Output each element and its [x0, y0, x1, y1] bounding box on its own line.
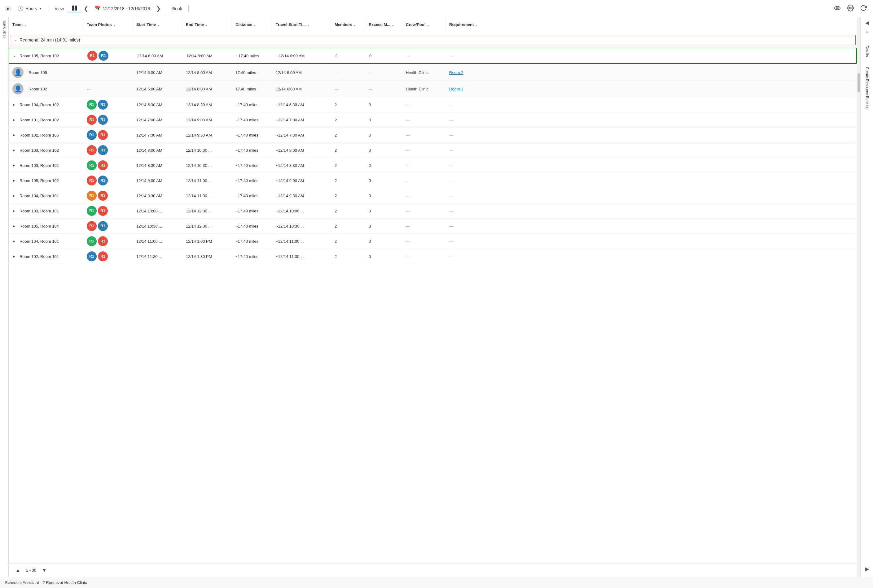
panel-collapse-btn[interactable]: ◀ [863, 17, 871, 28]
date-range-item[interactable]: 📅 12/12/2018 - 12/18/2018 [91, 6, 154, 12]
avatar: R1 [98, 145, 108, 155]
col-header-distance[interactable]: Distance ⌄ [232, 17, 272, 32]
expand-row-icon[interactable]: ► [12, 255, 16, 258]
prev-date-btn[interactable]: ❮ [81, 4, 91, 14]
cell-travel: ~12/14 9:30 AM [272, 191, 331, 201]
cell-crew: --- [402, 237, 445, 246]
expand-row-icon[interactable]: ► [12, 164, 16, 167]
next-page-btn[interactable]: ▼ [40, 567, 49, 574]
col-header-photos[interactable]: Team Photos ⌄ [83, 17, 132, 32]
col-header-travel[interactable]: Travel Start Ti... ⌄ [272, 17, 331, 32]
group-chevron-icon: ⌄ [14, 38, 17, 42]
expand-row-icon[interactable]: ► [12, 224, 16, 228]
right-panel: ◀ ⌃ Details Create Resource Booking ▶ [861, 17, 873, 577]
next-date-btn[interactable]: ❯ [154, 4, 163, 14]
expand-row-icon[interactable]: ► [12, 103, 16, 106]
travel-sort-icon: ⌄ [307, 23, 310, 26]
req-link[interactable]: Room 1 [449, 87, 463, 92]
table-row[interactable]: ► Room 103, Room 101 R1 R1 12/14 10:00 .… [9, 203, 857, 219]
svg-point-4 [835, 6, 840, 10]
details-tab[interactable]: Details [864, 40, 870, 62]
cell-members: 2 [331, 146, 365, 155]
table-row[interactable]: ► Room 103, Room 101 R1 R1 12/14 8:30 AM… [9, 158, 857, 173]
expand-row-icon[interactable]: ⌄ [13, 54, 16, 58]
expand-row-icon[interactable]: ► [12, 209, 16, 213]
pagination: ▲ 1 - 30 ▼ [9, 563, 857, 577]
col-header-members[interactable]: Members ⌄ [331, 17, 365, 32]
group-header[interactable]: ⌄ Redmond: 24 min (14.91 miles) [10, 34, 856, 45]
expand-row-icon[interactable]: ► [12, 118, 16, 122]
eye-icon-btn[interactable] [833, 3, 842, 14]
req-link[interactable]: Room 2 [449, 70, 463, 75]
expand-row-icon[interactable]: ► [12, 148, 16, 152]
avatar: R1 [87, 100, 97, 110]
cell-excess: 0 [365, 221, 402, 231]
table-row[interactable]: ► Room 101, Room 102 R1 R1 12/14 7:00 AM… [9, 112, 857, 128]
book-item[interactable]: Book [168, 6, 186, 11]
vertical-scrollbar[interactable] [857, 17, 861, 577]
avatar: R1 [87, 115, 97, 125]
col-req-label: Requirement [449, 22, 474, 27]
expand-row-icon[interactable]: ► [12, 178, 16, 182]
settings-icon-btn[interactable] [846, 3, 855, 14]
cell-req: --- [445, 252, 501, 261]
cell-req: --- [446, 51, 502, 61]
col-header-end[interactable]: End Time ⌄ [182, 17, 232, 32]
grid-icon [71, 5, 77, 11]
col-header-team[interactable]: Team ⌄ [9, 17, 83, 32]
create-booking-tab[interactable]: Create Resource Booking [864, 62, 870, 114]
team-sort-icon: ⌄ [24, 23, 26, 26]
expand-row-icon[interactable]: ► [12, 133, 16, 137]
table-row[interactable]: ► Room 104, Room 102 R1 R1 12/14 6:30 AM… [9, 97, 857, 112]
cell-members: 2 [331, 161, 365, 170]
col-header-req[interactable]: Requirement ⌄ [445, 17, 501, 32]
cell-distance: ~17.40 miles [232, 100, 272, 110]
cell-crew: --- [402, 146, 445, 155]
table-row[interactable]: ► Room 104, Room 101 R1 R1 12/14 9:30 AM… [9, 188, 857, 203]
left-panel-toggle[interactable]: ▶ [5, 6, 11, 11]
cell-excess: 0 [365, 51, 403, 61]
cell-distance: ~17.40 miles [232, 191, 272, 201]
toolbar-right-actions [833, 3, 868, 14]
cell-distance: ~17.40 miles [232, 161, 272, 170]
gear-icon [847, 4, 854, 12]
panel-expand-btn[interactable]: ▶ [863, 564, 871, 574]
col-header-excess[interactable]: Excess M... ⌄ [365, 17, 402, 32]
col-header-crew[interactable]: Crew/Pool ⌄ [402, 17, 445, 32]
cell-end: 12/14 10:00 ... [182, 146, 232, 155]
table-row[interactable]: ⌄ Room 105, Room 102 R1 R1 12/14 6:00 AM… [9, 48, 857, 64]
cell-end: 12/14 1:30 PM [182, 252, 232, 261]
cell-photos: R1 R1 [83, 234, 132, 249]
table-row[interactable]: ► Room 103, Room 102 R1 R1 12/14 8:00 AM… [9, 143, 857, 158]
table-row[interactable]: ► Room 105, Room 104 R1 R1 12/14 10:30 .… [9, 219, 857, 234]
avatar: R1 [98, 115, 108, 125]
col-crew-label: Crew/Pool [406, 22, 426, 27]
cell-start: 12/14 6:00 AM [132, 68, 182, 77]
expand-row-icon[interactable]: ► [12, 239, 16, 243]
cell-photos: R1 R1 [83, 143, 132, 158]
hours-dropdown[interactable]: 🕐 Hours ▼ [14, 6, 45, 12]
prev-page-btn[interactable]: ▲ [14, 567, 22, 574]
view-item[interactable]: View [51, 6, 68, 11]
refresh-icon-btn[interactable] [859, 3, 868, 14]
table-row[interactable]: 👤 Room 105 --- 12/14 6:00 AM 12/14 8:00 … [9, 64, 857, 81]
cell-start: 12/14 6:00 AM [133, 51, 183, 61]
svg-point-6 [849, 7, 851, 9]
filter-view-sidebar[interactable]: Filter View [0, 17, 9, 577]
table-row[interactable]: 👤 Room 102 --- 12/14 6:00 AM 12/14 8:00 … [9, 81, 857, 97]
avatar: R1 [87, 236, 97, 246]
table-row[interactable]: ► Room 102, Room 101 R1 R1 12/14 11:30 .… [9, 249, 857, 264]
cell-team: ⌄ Room 105, Room 102 [9, 51, 84, 61]
table-row[interactable]: ► Room 104, Room 101 R1 R1 12/14 11:00 .… [9, 234, 857, 249]
col-header-start[interactable]: Start Time ⌄ [132, 17, 182, 32]
table-row[interactable]: ► Room 105, Room 102 R1 R1 12/14 9:00 AM… [9, 173, 857, 188]
grid-view-btn[interactable] [68, 5, 81, 12]
table-row[interactable]: ► Room 102, Room 105 R1 R1 12/14 7:30 AM… [9, 128, 857, 143]
col-distance-label: Distance [236, 22, 252, 27]
expand-row-icon[interactable]: ► [12, 194, 16, 198]
table-container: Team ⌄ Team Photos ⌄ Start Time ⌄ End Ti… [9, 17, 857, 577]
scroll-thumb[interactable] [858, 74, 860, 92]
cell-start: 12/14 10:00 ... [132, 206, 182, 216]
cell-start: 12/14 6:30 AM [132, 100, 182, 110]
col-end-label: End Time [186, 22, 204, 27]
